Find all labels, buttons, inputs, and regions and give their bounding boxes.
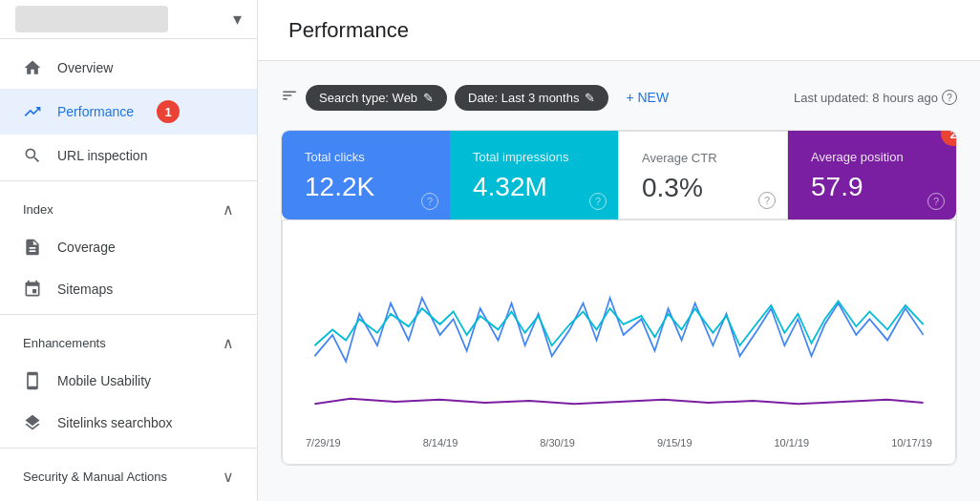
x-label-1: 7/29/19 <box>306 437 341 449</box>
search-type-label: Search type: Web <box>319 91 417 105</box>
sidebar-logo: ▾ <box>0 0 257 39</box>
help-icon[interactable]: ? <box>942 90 957 105</box>
total-clicks-label: Total clicks <box>305 150 427 164</box>
section-index[interactable]: Index ∧ <box>0 185 257 226</box>
metric-avg-ctr[interactable]: Average CTR 0.3% ? <box>618 131 788 219</box>
sidebar-nav: Overview Performance 1 URL inspection In… <box>0 39 257 501</box>
toolbar: Search type: Web ✎ Date: Last 3 months ✎… <box>281 84 957 111</box>
avg-position-label: Average position <box>811 150 933 164</box>
date-edit-icon: ✎ <box>585 91 595 105</box>
total-impressions-value: 4.32M <box>473 172 595 202</box>
total-clicks-value: 12.2K <box>305 172 427 202</box>
sidebar-item-sitemaps-label: Sitemaps <box>57 282 113 297</box>
logo-image <box>15 6 168 32</box>
sidebar-item-mobile-usability-label: Mobile Usability <box>57 373 151 388</box>
x-label-5: 10/1/19 <box>775 437 810 449</box>
sidebar: ▾ Overview Performance 1 URL inspection <box>0 0 258 501</box>
sidebar-item-url-inspection[interactable]: URL inspection <box>0 135 257 177</box>
sidebar-item-overview[interactable]: Overview <box>0 47 257 89</box>
x-label-6: 10/17/19 <box>891 437 932 449</box>
x-label-3: 8/30/19 <box>540 437 575 449</box>
avg-ctr-help-icon[interactable]: ? <box>758 192 776 209</box>
trending-up-icon <box>23 102 42 121</box>
metric-avg-position[interactable]: Average position 57.9 ? 2 <box>788 131 956 219</box>
x-axis-labels: 7/29/19 8/14/19 8/30/19 9/15/19 10/1/19 … <box>306 433 932 449</box>
divider-3 <box>0 448 257 449</box>
main-content: Performance Search type: Web ✎ Date: Las… <box>258 0 980 501</box>
metrics-row: Total clicks 12.2K ? Total impressions 4… <box>282 131 956 219</box>
section-security-label: Security & Manual Actions <box>23 470 167 484</box>
home-icon <box>23 58 42 77</box>
metrics-chart-panel: Total clicks 12.2K ? Total impressions 4… <box>281 130 957 466</box>
metric-total-impressions[interactable]: Total impressions 4.32M ? <box>450 131 618 219</box>
avg-position-value: 57.9 <box>811 172 933 202</box>
x-label-2: 8/14/19 <box>423 437 458 449</box>
sidebar-item-sitemaps[interactable]: Sitemaps <box>0 268 257 310</box>
avg-ctr-value: 0.3% <box>642 173 764 203</box>
section-security[interactable]: Security & Manual Actions ∨ <box>0 452 257 493</box>
position-line <box>314 399 923 405</box>
performance-badge: 1 <box>157 100 180 123</box>
clicks-line <box>314 298 923 362</box>
sidebar-item-performance[interactable]: Performance 1 <box>0 89 257 135</box>
sidebar-item-sitelinks-searchbox-label: Sitelinks searchbox <box>57 415 173 430</box>
search-type-chip[interactable]: Search type: Web ✎ <box>306 85 447 111</box>
main-scrollable: Search type: Web ✎ Date: Last 3 months ✎… <box>258 61 980 501</box>
sidebar-item-sitelinks-searchbox[interactable]: Sitelinks searchbox <box>0 402 257 444</box>
chevron-down-icon: ∨ <box>223 468 234 486</box>
sidebar-item-url-inspection-label: URL inspection <box>57 148 147 163</box>
file-icon <box>23 238 42 257</box>
avg-ctr-label: Average CTR <box>642 151 764 165</box>
sidebar-item-mobile-usability[interactable]: Mobile Usability <box>0 360 257 402</box>
search-type-edit-icon: ✎ <box>423 91 434 105</box>
chart-container: 7/29/19 8/14/19 8/30/19 9/15/19 10/1/19 … <box>282 219 956 465</box>
chevron-up-icon-2: ∧ <box>223 334 234 352</box>
section-enhancements-label: Enhancements <box>23 336 106 350</box>
total-clicks-help-icon[interactable]: ? <box>421 193 438 210</box>
performance-chart <box>306 240 932 430</box>
section-enhancements[interactable]: Enhancements ∧ <box>0 319 257 360</box>
avg-position-badge: 2 <box>941 131 956 146</box>
sidebar-item-performance-label: Performance <box>57 104 134 119</box>
page-title: Performance <box>288 18 409 43</box>
last-updated-label: Last updated: 8 hours ago <box>794 91 938 105</box>
sidebar-dropdown-icon[interactable]: ▾ <box>233 9 242 30</box>
filter-icon[interactable] <box>281 87 298 109</box>
mobile-icon <box>23 371 42 390</box>
x-label-4: 9/15/19 <box>657 437 692 449</box>
total-impressions-help-icon[interactable]: ? <box>589 193 607 210</box>
date-label: Date: Last 3 months <box>468 91 579 105</box>
main-header: Performance <box>258 0 980 61</box>
metric-total-clicks[interactable]: Total clicks 12.2K ? <box>282 131 450 219</box>
new-button[interactable]: + NEW <box>616 84 678 111</box>
divider-2 <box>0 314 257 315</box>
search-icon <box>23 146 42 165</box>
chevron-up-icon: ∧ <box>223 200 234 219</box>
sidebar-item-coverage-label: Coverage <box>57 240 116 255</box>
sitemap-icon <box>23 280 42 299</box>
sidebar-item-overview-label: Overview <box>57 60 113 75</box>
total-impressions-label: Total impressions <box>473 150 595 164</box>
sidebar-item-coverage[interactable]: Coverage <box>0 226 257 268</box>
date-chip[interactable]: Date: Last 3 months ✎ <box>455 85 608 111</box>
layers-icon <box>23 413 42 432</box>
last-updated-text: Last updated: 8 hours ago ? <box>794 90 957 105</box>
avg-position-help-icon[interactable]: ? <box>927 193 945 210</box>
section-index-label: Index <box>23 202 53 217</box>
divider-1 <box>0 180 257 181</box>
